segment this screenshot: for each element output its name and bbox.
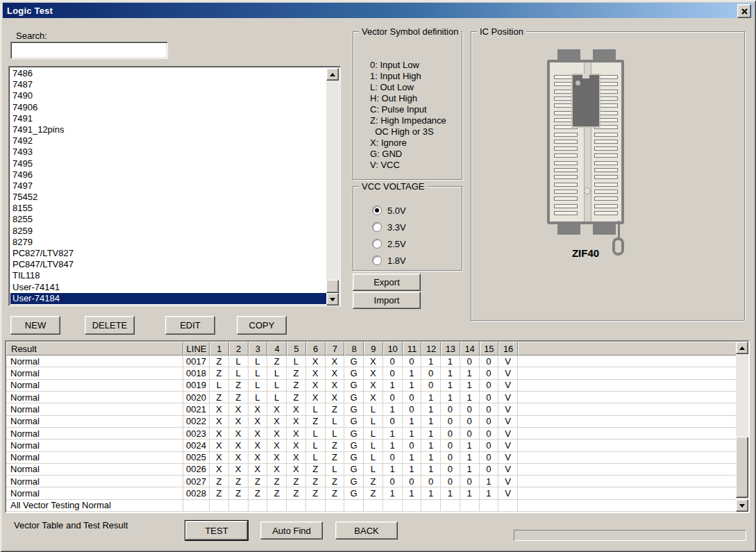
column-header: 14 xyxy=(460,342,480,356)
list-item[interactable]: 75452 xyxy=(10,192,326,203)
list-item[interactable]: 74906 xyxy=(10,102,326,113)
vector-cell: 1 xyxy=(403,416,422,427)
table-row[interactable]: All Vector Testing Normal xyxy=(6,500,748,512)
scroll-down-button[interactable] xyxy=(736,499,748,512)
list-item[interactable]: 7486 xyxy=(10,68,326,79)
table-row[interactable]: Normal0025XXXXXLZGL011010V xyxy=(6,452,748,464)
vector-cell: 0 xyxy=(383,416,403,427)
auto-find-button[interactable]: Auto Find xyxy=(260,521,323,540)
scroll-thumb[interactable] xyxy=(736,437,748,498)
column-header: 9 xyxy=(364,342,383,356)
table-row[interactable]: Normal0024XXXXXLZGL101010V xyxy=(6,440,748,451)
list-item[interactable]: 7492 xyxy=(10,135,326,147)
vector-cell: 0 xyxy=(460,476,480,487)
vector-cell: X xyxy=(249,452,268,463)
vector-cell: V xyxy=(498,380,518,391)
table-row[interactable]: Normal0026XXXXXZLGL111010V xyxy=(6,464,748,476)
list-item[interactable]: 7491_12pins xyxy=(10,124,326,135)
list-item[interactable]: 8255 xyxy=(10,214,326,225)
scroll-up-button[interactable] xyxy=(326,68,339,81)
table-row[interactable]: Normal0028ZZZZZZZGZ111111V xyxy=(6,487,748,499)
vector-cell: 1 xyxy=(403,452,422,463)
back-button[interactable]: BACK xyxy=(335,521,398,540)
list-item[interactable]: User-74141 xyxy=(10,282,326,293)
delete-button[interactable]: DELETE xyxy=(85,316,135,335)
search-input[interactable] xyxy=(10,42,168,59)
table-row[interactable]: Normal0017ZLLZLXXGX001100V xyxy=(6,356,748,367)
list-item[interactable]: PC827/LTV827 xyxy=(10,248,326,259)
result-table-header: ResultLINE12345678910111213141516 xyxy=(6,342,748,356)
test-button-label: TEST xyxy=(205,526,228,536)
copy-button[interactable]: COPY xyxy=(237,316,287,335)
vector-cell: X xyxy=(306,392,326,403)
list-item[interactable]: 7490 xyxy=(10,90,326,101)
test-button[interactable]: TEST xyxy=(185,521,248,540)
radio-button[interactable] xyxy=(372,222,382,232)
vector-cell: X xyxy=(229,416,249,427)
vector-cell: Z xyxy=(267,487,287,499)
scroll-up-button[interactable] xyxy=(736,342,748,354)
vcc-option[interactable]: 5.0V xyxy=(372,205,406,216)
pin-slot xyxy=(594,168,618,172)
delete-button-label: DELETE xyxy=(92,320,128,331)
vector-cell: L xyxy=(364,428,383,439)
list-item[interactable]: TIL118 xyxy=(10,270,326,281)
vector-cell: 0 xyxy=(460,356,480,367)
table-row[interactable]: Normal0018ZLLLZXXGX010110V xyxy=(6,367,748,379)
vector-cell: 0 xyxy=(403,476,422,487)
close-button[interactable] xyxy=(737,4,751,18)
window-title: Logic Test xyxy=(3,6,53,16)
list-item[interactable]: 7496 xyxy=(10,169,326,181)
list-item[interactable]: User-74184 xyxy=(10,293,326,304)
list-item[interactable]: 7493 xyxy=(10,147,326,158)
list-item[interactable]: 7487 xyxy=(10,79,326,90)
vector-cell: X xyxy=(364,392,383,403)
list-item[interactable]: 7497 xyxy=(10,181,326,192)
list-item[interactable]: 8155 xyxy=(10,203,326,214)
vector-cell: X xyxy=(306,380,326,391)
vector-cell: Z xyxy=(364,476,383,487)
listbox-scrollbar[interactable] xyxy=(326,68,339,306)
table-row[interactable]: Normal0023XXXXXLLGL111000V xyxy=(6,428,748,440)
vcc-option[interactable]: 3.3V xyxy=(372,221,406,233)
scroll-thumb[interactable] xyxy=(326,280,339,293)
vector-cell: X xyxy=(364,356,383,367)
list-item[interactable]: PC847/LTV847 xyxy=(10,259,326,270)
radio-button[interactable] xyxy=(372,256,382,265)
table-row[interactable]: Normal0027ZZZZZZZGZ000001V xyxy=(6,476,748,487)
vector-cell: L xyxy=(326,416,345,427)
pin-slot xyxy=(594,147,618,151)
vector-cell: X xyxy=(326,392,345,403)
result-cell: Normal xyxy=(6,380,183,391)
vcc-option[interactable]: 1.8V xyxy=(372,255,406,266)
table-row[interactable]: Normal0022XXXXXZLGL011000V xyxy=(6,416,748,428)
table-row[interactable]: Normal0020ZZLLZXXGX001110V xyxy=(6,392,748,403)
vector-cell: 0 xyxy=(480,356,499,367)
vector-cell: X xyxy=(249,428,268,439)
export-button[interactable]: Export xyxy=(353,274,421,291)
radio-button[interactable] xyxy=(372,206,382,215)
scroll-track[interactable] xyxy=(326,81,339,293)
list-item[interactable]: 7491 xyxy=(10,113,326,124)
list-item[interactable]: 8259 xyxy=(10,226,326,237)
vcc-option[interactable]: 2.5V xyxy=(372,238,406,249)
arrow-down-icon xyxy=(739,504,745,508)
line-cell: 0018 xyxy=(183,367,210,378)
vector-symbol-line: X: Ignore xyxy=(370,137,446,149)
edit-button[interactable]: EDIT xyxy=(165,316,215,335)
table-row[interactable]: Normal0019LZLLZXXGX110110V xyxy=(6,380,748,392)
new-button[interactable]: NEW xyxy=(10,316,60,335)
list-item[interactable]: 8279 xyxy=(10,237,326,248)
import-button[interactable]: Import xyxy=(353,292,421,309)
scroll-down-button[interactable] xyxy=(326,293,339,306)
vector-cell: Z xyxy=(229,476,249,487)
vector-cell: Z xyxy=(326,452,345,463)
list-item[interactable]: 7495 xyxy=(10,158,326,169)
table-scrollbar[interactable] xyxy=(736,342,748,512)
table-row[interactable]: Normal0021XXXXXLZGL101000V xyxy=(6,403,748,415)
vector-cell: 0 xyxy=(441,476,460,487)
radio-button[interactable] xyxy=(372,239,382,249)
vector-cell: X xyxy=(249,464,268,475)
vector-cell: V xyxy=(498,476,518,487)
vector-cell: L xyxy=(229,367,249,378)
